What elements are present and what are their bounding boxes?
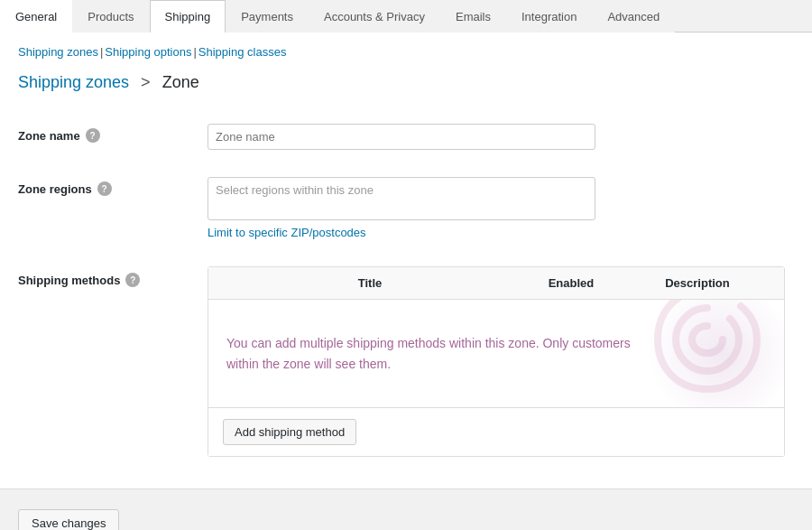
settings-form: Zone name ? Zone regions ? Select bbox=[18, 110, 794, 470]
tab-payments[interactable]: Payments bbox=[226, 0, 309, 33]
breadcrumb-separator: > bbox=[141, 73, 151, 91]
breadcrumb-current: Zone bbox=[162, 73, 199, 91]
methods-col-title: Title bbox=[223, 276, 517, 290]
breadcrumb: Shipping zones > Zone bbox=[18, 73, 794, 92]
breadcrumb-parent-link[interactable]: Shipping zones bbox=[18, 73, 129, 91]
shipping-methods-label: Shipping methods bbox=[18, 274, 120, 287]
page-footer: Save changes bbox=[0, 488, 812, 530]
tab-integration[interactable]: Integration bbox=[506, 0, 592, 33]
woo-watermark-icon bbox=[649, 300, 766, 398]
limit-zip-link[interactable]: Limit to specific ZIP/postcodes bbox=[208, 226, 794, 239]
zone-regions-row: Zone regions ? Select regions within thi… bbox=[18, 163, 794, 253]
shipping-methods-container: Title Enabled Description bbox=[208, 266, 785, 457]
subnav-separator-1: | bbox=[100, 45, 103, 59]
subnav-shipping-options[interactable]: Shipping options bbox=[105, 45, 191, 59]
methods-table-header: Title Enabled Description bbox=[208, 267, 784, 300]
zone-regions-input[interactable]: Select regions within this zone bbox=[208, 177, 595, 220]
subnav-shipping-zones[interactable]: Shipping zones bbox=[18, 45, 98, 59]
subnav: Shipping zones | Shipping options | Ship… bbox=[18, 45, 794, 59]
subnav-separator-2: | bbox=[193, 45, 196, 59]
zone-regions-label: Zone regions bbox=[18, 182, 92, 196]
main-content: Shipping zones | Shipping options | Ship… bbox=[0, 33, 812, 488]
save-changes-button[interactable]: Save changes bbox=[18, 509, 119, 530]
shipping-methods-row: Shipping methods ? Title Enabled Descrip… bbox=[18, 253, 794, 470]
add-shipping-method-button[interactable]: Add shipping method bbox=[223, 419, 356, 445]
tab-products[interactable]: Products bbox=[72, 0, 149, 33]
methods-footer: Add shipping method bbox=[208, 408, 784, 456]
methods-empty-text: You can add multiple shipping methods wi… bbox=[226, 333, 641, 374]
methods-col-desc: Description bbox=[625, 276, 770, 290]
methods-empty-area: You can add multiple shipping methods wi… bbox=[208, 300, 784, 408]
tab-general[interactable]: General bbox=[0, 0, 72, 33]
zone-name-label: Zone name bbox=[18, 129, 80, 143]
tab-emails[interactable]: Emails bbox=[440, 0, 506, 33]
tabs-bar: General Products Shipping Payments Accou… bbox=[0, 0, 812, 33]
zone-name-input[interactable] bbox=[208, 124, 595, 150]
zone-name-help-icon[interactable]: ? bbox=[86, 128, 100, 143]
subnav-shipping-classes[interactable]: Shipping classes bbox=[198, 45, 287, 59]
methods-col-enabled: Enabled bbox=[517, 276, 625, 290]
tab-shipping[interactable]: Shipping bbox=[150, 0, 226, 33]
zone-name-row: Zone name ? bbox=[18, 110, 794, 163]
tab-accounts-privacy[interactable]: Accounts & Privacy bbox=[309, 0, 440, 33]
tab-advanced[interactable]: Advanced bbox=[592, 0, 675, 33]
zone-regions-help-icon[interactable]: ? bbox=[97, 181, 112, 196]
shipping-methods-help-icon[interactable]: ? bbox=[125, 273, 140, 287]
